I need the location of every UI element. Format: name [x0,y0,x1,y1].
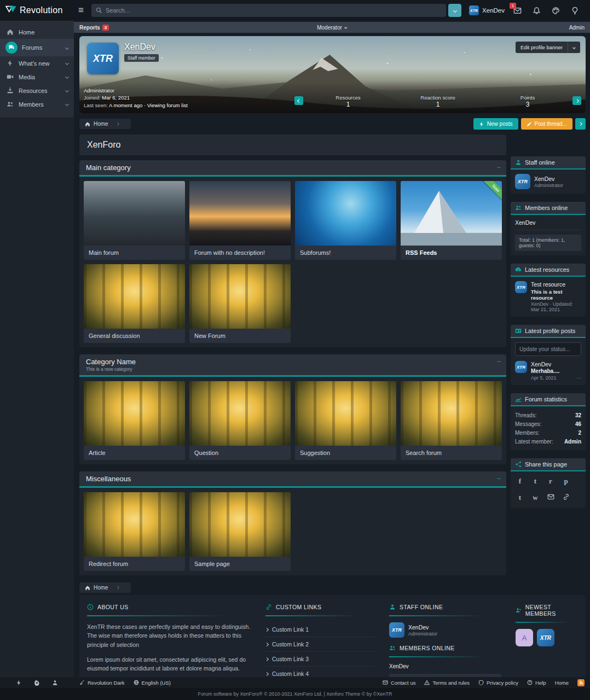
edit-profile-banner-button[interactable]: Edit profile banner [516,42,580,53]
tumblr-icon[interactable]: t [516,493,524,503]
lightning-icon[interactable] [16,680,22,686]
reddit-icon[interactable]: r [547,477,554,486]
resource-title[interactable]: Test resource [531,281,581,288]
forum-card-subforums[interactable]: Subforums! [295,181,396,260]
forum-thumbnail [295,181,396,246]
admin-link[interactable]: Admin [569,25,585,31]
user-icon[interactable] [52,680,58,686]
alerts-button[interactable] [533,7,541,15]
facebook-icon[interactable]: f [516,477,524,486]
staff-username[interactable]: XenDev [534,176,563,182]
sidebar-item-forums[interactable]: Forums [0,39,74,56]
forum-card-new-forum[interactable]: New Forum [189,264,291,343]
style-chooser[interactable]: Revolution Dark [79,680,125,686]
post-menu-button[interactable]: ··· [576,375,581,381]
rss-icon[interactable] [577,679,585,686]
forum-card-no-description[interactable]: Forum with no description! [189,181,291,260]
account-menu[interactable]: XTR XenDev [469,5,505,15]
pinterest-icon[interactable]: p [562,477,570,486]
forum-card-question[interactable]: Question [189,381,291,460]
collapse-toggle[interactable]: − [497,164,501,171]
forum-card-general-discussion[interactable]: General discussion [84,264,185,343]
help-link[interactable]: Help [527,680,546,686]
language-chooser[interactable]: English (US) [134,680,171,686]
style-chooser-button[interactable] [552,7,560,15]
profile-avatar[interactable]: XTR [87,43,119,74]
member-avatar-admin[interactable]: A [516,629,533,646]
post-thread-button[interactable]: Post thread... [521,118,572,130]
avatar[interactable]: XTR [389,622,404,638]
sidebar-item-resources[interactable]: Resources [0,84,74,97]
custom-link-3[interactable]: Custom Link 3 [265,652,375,667]
forum-card-redirect-forum[interactable]: Redirect forum [84,492,185,571]
home-link[interactable]: Home [555,680,569,686]
custom-link-1[interactable]: Custom Link 1 [265,622,375,637]
post-author[interactable]: XenDev [531,361,581,368]
home-icon [85,585,90,591]
sidebar-item-members[interactable]: Members [0,97,74,111]
search-bar [91,4,446,17]
forum-name: Subforums! [295,246,396,260]
widget-title: Latest resources [525,266,569,273]
online-member[interactable]: XenDev [515,219,581,226]
sidebar-item-media[interactable]: Media [0,70,74,84]
forum-card-main-forum[interactable]: Main forum [84,181,185,260]
collapse-toggle[interactable]: − [497,358,501,365]
twitter-icon[interactable]: t [531,477,539,486]
sidebar-item-home[interactable]: Home [0,25,74,39]
contact-us-link[interactable]: Contact us [383,680,415,686]
inbox-button[interactable]: 1 [513,7,522,15]
search-options-button[interactable] [448,4,461,17]
forum-thumbnail [84,492,185,557]
theme-toggle-button[interactable] [571,7,579,15]
forum-card-rss-feeds[interactable]: New RSS Feeds [401,181,502,260]
forum-name: Suggestion [295,446,396,460]
banner-next-button[interactable] [572,96,581,105]
moderator-menu[interactable]: Moderator [317,25,347,31]
forum-card-suggestion[interactable]: Suggestion [295,381,396,460]
banner-prev-button[interactable] [294,96,303,105]
forum-name: Main forum [84,246,185,260]
forum-card-search-forum[interactable]: Search forum [401,381,502,460]
forum-name: General discussion [84,329,185,343]
sidebar-item-whats-new[interactable]: What's new [0,56,74,70]
staff-username[interactable]: XenDev [408,624,437,631]
post-text[interactable]: Merhaba.... [531,368,581,374]
status-update-input[interactable] [515,342,581,356]
forum-card-sample-page[interactable]: Sample page [189,492,291,571]
gear-icon[interactable] [34,680,40,686]
edit-banner-caret[interactable] [568,42,580,53]
collapse-toggle[interactable]: − [497,475,501,482]
stat-points[interactable]: Points 3 [483,95,572,108]
avatar[interactable]: XTR [515,174,530,189]
breadcrumb[interactable]: Home [79,119,131,129]
search-input[interactable] [106,7,442,14]
brand[interactable]: Revolution [0,5,74,15]
link-share-icon[interactable] [562,493,570,503]
privacy-link[interactable]: Privacy policy [478,680,518,686]
forum-card-article[interactable]: Article [84,381,185,460]
category-title: Main category [86,164,500,172]
terms-link[interactable]: Terms and rules [424,680,470,686]
member-avatar-xendev[interactable]: XTR [537,629,554,646]
new-posts-button[interactable]: New posts [473,118,518,130]
expand-actions-button[interactable] [575,118,586,130]
whatsapp-icon[interactable]: w [531,493,539,503]
stat-resources[interactable]: Resources 1 [303,95,393,108]
forum-name: Sample page [189,557,291,571]
breadcrumb-bottom[interactable]: Home [79,582,131,593]
category-name-section: Category Name This is a new category − A… [79,354,506,464]
avatar[interactable]: XTR [515,281,527,293]
download-icon [7,87,14,94]
avatar[interactable]: XTR [515,361,527,373]
email-share-icon[interactable] [547,493,554,503]
stat-reaction-score[interactable]: Reaction score 1 [393,95,483,108]
custom-link-2[interactable]: Custom Link 2 [265,637,375,652]
forum-thumbnail [189,264,291,329]
post-date[interactable]: Apr 5, 2021 [531,375,557,381]
reports-link[interactable]: Reports 3 [79,25,109,31]
hamburger-icon[interactable]: ≡ [78,5,84,16]
custom-link-4[interactable]: Custom Link 4 [265,667,375,677]
username: XenDev [482,7,505,14]
online-member[interactable]: XenDev [389,663,501,669]
